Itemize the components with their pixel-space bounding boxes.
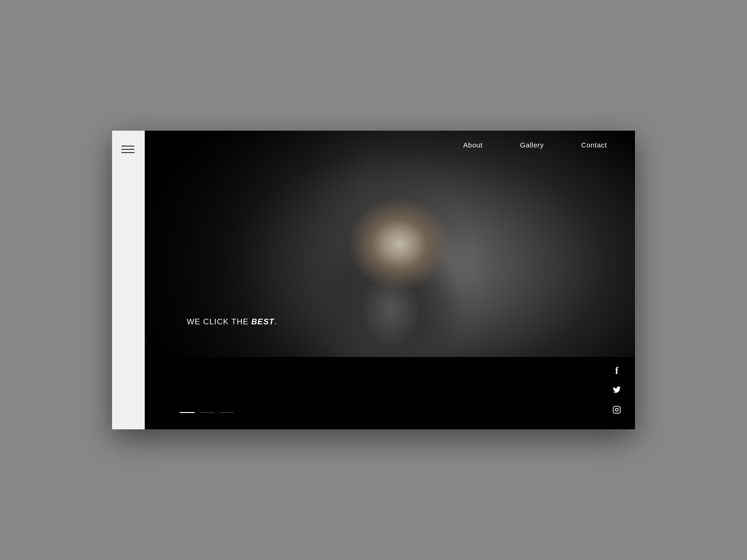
twitter-icon[interactable] (613, 385, 621, 395)
main-content: About Gallery Contact WE CLICK THE BEST.… (145, 131, 635, 429)
sidebar-panel (112, 131, 145, 429)
nav-gallery[interactable]: Gallery (520, 141, 544, 149)
facebook-icon[interactable]: f (615, 366, 619, 375)
hamburger-menu[interactable] (121, 140, 140, 159)
navbar: About Gallery Contact (145, 131, 635, 159)
bottom-bar: BESTOFU f (145, 357, 635, 429)
slide-dot-1[interactable] (180, 412, 195, 413)
hero-tagline: WE CLICK THE BEST. (187, 317, 277, 327)
nav-about[interactable]: About (463, 141, 483, 149)
hamburger-line-1 (121, 146, 134, 147)
tagline-prefix: WE CLICK THE (187, 317, 251, 326)
slide-indicators (180, 412, 234, 413)
social-icons: f (613, 366, 621, 415)
browser-window: About Gallery Contact WE CLICK THE BEST.… (112, 131, 635, 429)
hamburger-line-3 (121, 152, 134, 153)
tagline-suffix: . (275, 317, 277, 326)
svg-point-2 (618, 407, 619, 408)
slide-dot-3[interactable] (219, 412, 234, 413)
svg-rect-0 (613, 406, 620, 413)
tagline-bold: BEST (251, 317, 274, 326)
nav-contact[interactable]: Contact (581, 141, 607, 149)
svg-point-1 (615, 408, 618, 411)
instagram-icon[interactable] (613, 406, 621, 415)
hamburger-line-2 (121, 149, 134, 150)
slide-dot-2[interactable] (199, 412, 214, 413)
